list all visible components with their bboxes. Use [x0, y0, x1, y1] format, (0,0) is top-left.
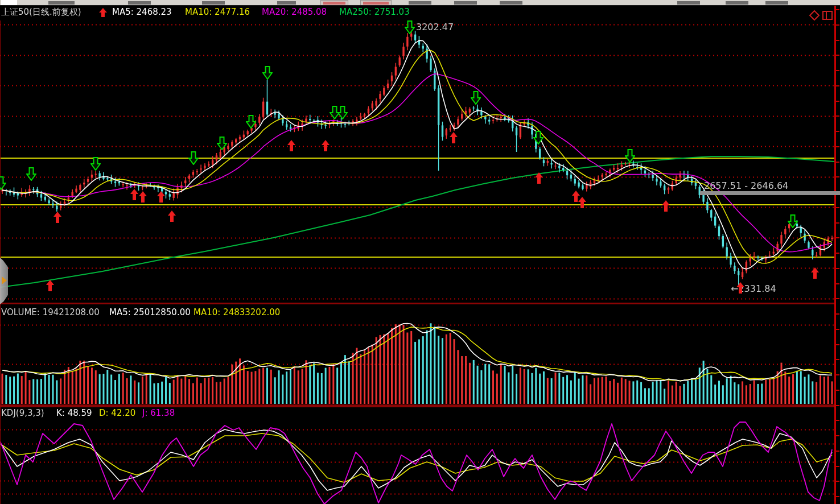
sell-signal-arrow [788, 214, 798, 230]
instrument-title: 上证50(日线.前复权) [1, 7, 81, 17]
window-corner-box [1, 0, 17, 5]
peak-price-label: 3202.47 [416, 22, 454, 32]
diamond-icon[interactable] [809, 10, 820, 23]
sell-signal-arrow [26, 167, 36, 183]
menu-item-clipped[interactable] [409, 1, 431, 5]
gap-price-band [700, 191, 840, 195]
buy-signal-arrow [811, 267, 819, 281]
sell-signal-arrow [188, 151, 199, 167]
ma250-value: MA250: 2751.03 [339, 7, 410, 17]
menu-item-clipped[interactable] [677, 1, 700, 5]
kdj-d: D: 42.20 [99, 408, 135, 418]
sell-signal-arrow [471, 91, 481, 107]
kdj-k: K: 48.59 [56, 408, 92, 418]
buy-signal-arrow [578, 197, 586, 210]
menu-item-clipped[interactable] [48, 1, 75, 5]
sell-signal-arrow [405, 20, 415, 36]
buy-signal-arrow [662, 200, 670, 214]
buy-signal-arrow [450, 132, 458, 146]
buy-signal-arrow [130, 189, 138, 203]
buy-signal-arrow [168, 210, 176, 224]
sell-signal-arrow [337, 106, 348, 122]
menu-item-clipped[interactable] [500, 1, 522, 5]
menu-item-clipped[interactable] [726, 1, 748, 5]
kdj-title: KDJ(9,3,3) [1, 408, 44, 418]
menu-item-clipped[interactable] [454, 1, 477, 5]
ma10-value: MA10: 2477.16 [185, 7, 250, 17]
sell-signal-arrow [90, 157, 101, 173]
volume-ma10: MA10: 24833202.00 [193, 308, 280, 317]
expand-right-icon [2, 276, 7, 284]
gap-range-label: 2657.51 - 2646.64 [704, 181, 788, 191]
sell-signal-arrow [533, 131, 543, 147]
buy-signal-arrow [736, 282, 744, 296]
buy-signal-arrow [287, 140, 295, 154]
ma20-value: MA20: 2485.08 [262, 7, 327, 17]
buy-signal-arrow [322, 140, 330, 154]
split-window-icon[interactable] [822, 10, 833, 23]
trading-app-window: 上证50(日线.前复权) MA5: 2468.23 MA10: 2477.16 … [0, 0, 840, 504]
menu-item-clipped[interactable] [202, 1, 225, 5]
volume-value: VOLUME: 19421208.00 [1, 308, 100, 317]
kdj-j: J: 61.38 [142, 408, 175, 418]
toolbar-button-clipped[interactable] [320, 0, 348, 6]
chart-canvas[interactable] [0, 0, 840, 504]
ma5-value: MA5: 2468.23 [112, 7, 172, 17]
buy-signal-arrow [157, 191, 165, 205]
up-arrow-icon [99, 8, 107, 19]
buy-signal-arrow [139, 191, 147, 205]
buy-signal-arrow [535, 172, 543, 186]
menu-item-clipped[interactable] [765, 1, 788, 5]
buy-signal-arrow [53, 212, 61, 225]
toolbar-button-clipped[interactable] [360, 0, 392, 6]
buy-signal-arrow [46, 280, 54, 294]
menu-item-clipped[interactable] [277, 1, 296, 5]
sell-signal-arrow [262, 66, 273, 82]
volume-ma5: MA5: 25012850.00 [109, 308, 191, 317]
sell-signal-arrow [0, 176, 6, 192]
sell-signal-arrow [625, 149, 635, 165]
menu-bar[interactable] [0, 0, 840, 6]
menu-item-clipped[interactable] [128, 1, 151, 5]
sell-signal-arrow [246, 115, 256, 131]
sell-signal-arrow [217, 137, 227, 152]
